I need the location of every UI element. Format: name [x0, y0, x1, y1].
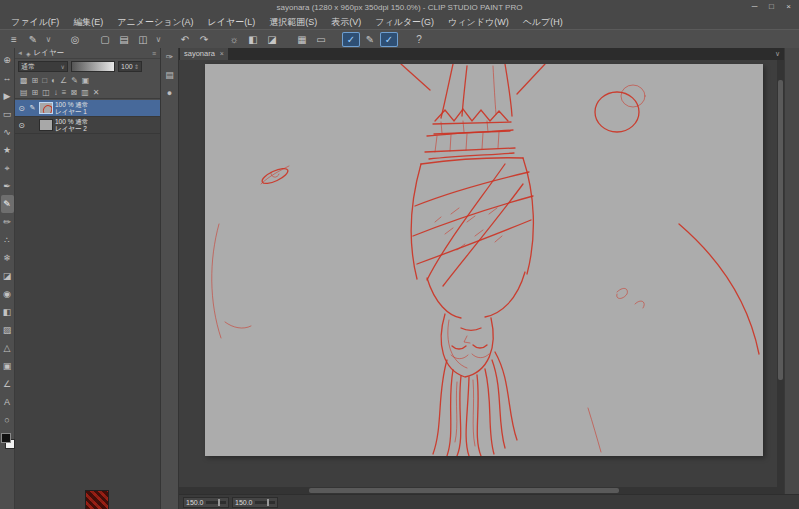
ruler-layer-icon[interactable]: ∠ — [60, 76, 67, 85]
pen-tool-icon[interactable]: ✒ — [1, 177, 14, 195]
balloon-tool-icon[interactable]: ○ — [1, 411, 14, 429]
fill-icon[interactable]: ◧ — [244, 32, 262, 47]
marquee-tool-icon[interactable]: ▭ — [1, 105, 14, 123]
fill-tool-icon[interactable]: ◧ — [1, 303, 14, 321]
wand-tool-icon[interactable]: ★ — [1, 141, 14, 159]
ruler-tool-icon[interactable]: ∠ — [1, 375, 14, 393]
text-tool-icon[interactable]: A — [1, 393, 14, 411]
new-folder-icon[interactable]: ⊞ — [32, 88, 39, 97]
menu-filter[interactable]: フィルター(G) — [368, 15, 441, 29]
menu-file[interactable]: ファイル(F) — [4, 15, 66, 29]
snap-special-icon[interactable]: ✓ — [380, 32, 398, 47]
brush-size-icon[interactable]: ● — [167, 88, 172, 98]
opacity-slider[interactable] — [71, 61, 115, 72]
pencil-tool-icon[interactable]: ✎ — [1, 195, 14, 213]
visibility-eye-icon[interactable]: ⊙ — [17, 104, 26, 113]
horizontal-scrollbar-thumb[interactable] — [309, 488, 619, 493]
open-file-icon[interactable]: ▤ — [115, 32, 133, 47]
zoom-control[interactable]: 150.0 — [183, 497, 229, 508]
layer-thumbnail[interactable] — [39, 102, 53, 114]
thumbnail-sketch — [42, 104, 53, 114]
redo-icon[interactable]: ↷ — [195, 32, 213, 47]
maximize-button[interactable]: □ — [763, 0, 780, 15]
eyedropper-tool-icon[interactable]: ⌖ — [1, 159, 14, 177]
opacity-input[interactable]: 100 ⇕ — [118, 61, 142, 72]
delete-layer-icon[interactable]: ✕ — [93, 88, 100, 97]
minimize-button[interactable]: ─ — [746, 0, 763, 15]
horizontal-scrollbar[interactable] — [179, 487, 784, 494]
figure-tool-icon[interactable]: △ — [1, 339, 14, 357]
menu-edit[interactable]: 編集(E) — [66, 15, 110, 29]
draft-layer-icon[interactable]: ✎ — [71, 76, 78, 85]
vertical-scrollbar-thumb[interactable] — [778, 80, 783, 380]
menu-selection[interactable]: 選択範囲(S) — [262, 15, 324, 29]
rotation-slider[interactable] — [255, 501, 275, 504]
mask-icon[interactable]: ◐ — [51, 76, 56, 85]
layer-row[interactable]: ⊙ 100 % 通常 レイヤー 2 — [15, 117, 160, 134]
brush-tool-icon[interactable]: ✏ — [1, 213, 14, 231]
airbrush-tool-icon[interactable]: ∴ — [1, 231, 14, 249]
create-mask-icon[interactable]: ⊠ — [71, 88, 78, 97]
workspace-icon[interactable]: ◎ — [66, 32, 84, 47]
eraser-tool-icon[interactable]: ◪ — [1, 267, 14, 285]
menu-window[interactable]: ウィンドウ(W) — [441, 15, 516, 29]
sub-tool-icon[interactable]: ▤ — [165, 70, 174, 80]
menu-view[interactable]: 表示(V) — [324, 15, 368, 29]
combine-layer-icon[interactable]: ◫ — [42, 88, 50, 97]
spinner-icon[interactable]: ⇕ — [134, 63, 139, 70]
color-swatches[interactable] — [1, 433, 14, 449]
brush-quick-icon[interactable]: ✎ — [24, 32, 42, 47]
zoom-slider[interactable] — [206, 501, 226, 504]
clip-layer-icon[interactable]: ⊞ — [32, 76, 39, 85]
reference-layer-icon[interactable]: ▣ — [82, 76, 90, 85]
layer-thumbnail[interactable] — [39, 119, 53, 131]
chevron-down-icon[interactable]: ∨ — [43, 32, 54, 47]
new-layer-icon[interactable]: ▤ — [20, 88, 28, 97]
transfer-layer-icon[interactable]: ↓ — [54, 88, 58, 97]
tab-close-icon[interactable]: × — [220, 48, 224, 60]
lasso-tool-icon[interactable]: ∿ — [1, 123, 14, 141]
lock-layer-icon[interactable]: □ — [42, 76, 47, 85]
frame-tool-icon[interactable]: ▣ — [1, 357, 14, 375]
blend-tool-icon[interactable]: ◉ — [1, 285, 14, 303]
clear-icon[interactable]: ☼ — [225, 32, 243, 47]
blend-mode-select[interactable]: 通常 ∨ — [18, 61, 68, 72]
operation-tool-icon[interactable]: ▶ — [1, 87, 14, 105]
sketch-drawing[interactable] — [205, 64, 763, 456]
vertical-scrollbar[interactable] — [777, 60, 784, 487]
menu-help[interactable]: ヘルプ(H) — [516, 15, 570, 29]
menu-animation[interactable]: アニメーション(A) — [110, 15, 200, 29]
canvas-paper[interactable] — [205, 64, 763, 456]
snap-ruler-icon[interactable]: ✓ — [342, 32, 360, 47]
chevron-down-icon[interactable]: ∨ — [775, 48, 780, 60]
move-tool-icon[interactable]: ↔ — [1, 69, 14, 87]
gradient-tool-icon[interactable]: ▨ — [1, 321, 14, 339]
decoration-tool-icon[interactable]: ❄ — [1, 249, 14, 267]
rotation-control[interactable]: 150.0 — [232, 497, 278, 508]
new-file-icon[interactable]: ▢ — [96, 32, 114, 47]
chevron-down-icon[interactable]: ∨ — [153, 32, 164, 47]
main-color-chip[interactable] — [1, 433, 11, 443]
panel-menu-icon[interactable]: ≡ — [152, 50, 156, 57]
merge-layer-icon[interactable]: ≡ — [62, 88, 67, 97]
quick-access-icon[interactable]: ✑ — [166, 52, 174, 62]
magnifier-tool-icon[interactable]: ⊕ — [1, 51, 14, 69]
title-bar[interactable]: sayonara (1280 x 960px 350dpi 150.0%) - … — [0, 0, 799, 16]
trim-icon[interactable]: ▭ — [312, 32, 330, 47]
help-icon[interactable]: ? — [410, 32, 428, 47]
close-button[interactable]: × — [780, 0, 797, 15]
eraser-icon[interactable]: ◪ — [263, 32, 281, 47]
document-tab[interactable]: sayonara × — [180, 48, 228, 60]
visibility-eye-icon[interactable]: ⊙ — [17, 121, 26, 130]
pen-check-icon[interactable]: ✎ — [361, 32, 379, 47]
collapse-panel-icon[interactable]: ◄ — [17, 50, 23, 56]
grid-icon[interactable]: ▦ — [293, 32, 311, 47]
canvas-viewport[interactable] — [179, 60, 784, 487]
menu-layer[interactable]: レイヤー(L) — [201, 15, 263, 29]
undo-icon[interactable]: ↶ — [176, 32, 194, 47]
apply-mask-icon[interactable]: ▥ — [81, 88, 89, 97]
main-menu-icon[interactable]: ≡ — [5, 32, 23, 47]
save-file-icon[interactable]: ◫ — [134, 32, 152, 47]
lock-transparent-icon[interactable]: ▩ — [20, 76, 28, 85]
layer-row[interactable]: ⊙ ✎ 100 % 通常 レイヤー 1 — [15, 100, 160, 117]
